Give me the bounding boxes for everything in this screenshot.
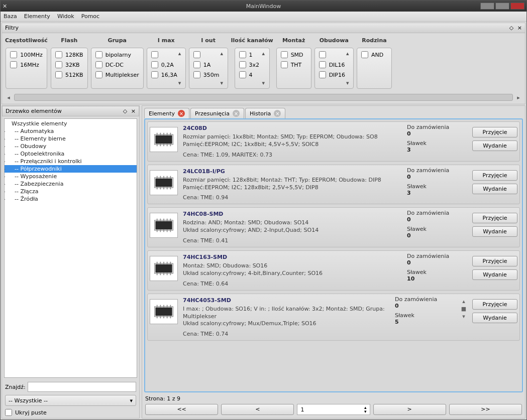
filter-checkbox[interactable] [281,51,288,58]
accept-button[interactable]: Przyjęcie [472,127,517,137]
tab-close-icon[interactable]: × [178,110,185,117]
tab[interactable]: Elementy× [144,108,189,118]
filter-checkbox[interactable] [55,71,62,78]
filter-checkbox[interactable] [151,51,158,58]
filter-option[interactable]: 3x2 [239,61,261,68]
filter-option[interactable]: 350m [193,71,220,78]
filter-checkbox[interactable] [239,61,246,68]
filter-option[interactable] [193,51,220,58]
filter-checkbox[interactable] [95,51,102,58]
tree-item[interactable]: ▸-- Półprzewodniki [5,165,137,173]
minimize-button[interactable] [480,3,494,10]
find-input[interactable] [28,382,136,392]
filter-option[interactable]: SMD [281,51,307,58]
scroll-left-icon[interactable]: ◂ [5,94,12,101]
filter-option[interactable]: AND [361,51,387,58]
filter-checkbox[interactable] [239,51,246,58]
stepper-icon[interactable]: ▴▾ [364,405,367,413]
accept-button[interactable]: Przyjęcie [472,256,517,266]
filter-option[interactable]: 4 [239,71,261,78]
filter-option[interactable]: DC-DC [95,61,139,68]
filter-option[interactable]: bipolarny [95,51,139,58]
tree-item[interactable]: ▸-- Optoelektronika [5,150,137,158]
tree-item[interactable]: ▸-- Złącza [5,188,137,195]
filter-scroll[interactable]: ▴▾ [262,50,268,86]
filter-checkbox[interactable] [151,61,158,68]
scroll-track[interactable] [14,94,513,101]
filter-option[interactable]: 16,3A [151,71,177,78]
menu-baza[interactable]: Baza [4,13,17,20]
pager-prev-button[interactable]: < [221,404,294,415]
tree-root[interactable]: ▾Wszystkie elementy [5,120,137,127]
filter-option[interactable]: 0,2A [151,61,177,68]
tab[interactable]: Przesunięcia× [190,108,244,118]
filter-option[interactable]: DIL16 [319,61,345,68]
filter-option[interactable]: 128KB [55,51,83,58]
filter-option[interactable]: 16MHz [10,61,43,68]
element-row[interactable]: 74HC4053-SMDI max: ; Obudowa: SO16; V in… [147,294,520,341]
accept-button[interactable]: Przyjęcie [472,213,517,223]
filter-checkbox[interactable] [10,61,17,68]
tree-detach-icon[interactable]: ◇ [123,108,127,114]
tab-close-icon[interactable]: × [274,110,281,117]
pager-next-button[interactable]: > [373,404,446,415]
panel-close-icon[interactable]: × [517,25,522,31]
filter-checkbox[interactable] [193,61,200,68]
accept-button[interactable]: Przyjęcie [472,170,517,181]
filter-option[interactable]: 1A [193,61,220,68]
filter-checkbox[interactable] [55,61,62,68]
filter-option[interactable]: Multiplekser [95,71,139,78]
tree-item[interactable]: ▸-- Zabezpieczenia [5,180,137,188]
filter-option[interactable]: DIP16 [319,71,345,78]
filter-checkbox[interactable] [361,51,368,58]
panel-detach-icon[interactable]: ◇ [509,25,513,31]
filter-checkbox[interactable] [193,51,200,58]
filter-scroll[interactable]: ▴▾ [178,50,184,86]
filter-checkbox[interactable] [193,71,200,78]
filter-option[interactable]: THT [281,61,307,68]
tree-close-icon[interactable]: × [131,108,136,114]
tab[interactable]: Historia× [245,108,285,118]
maximize-button[interactable] [495,3,509,10]
tree-list[interactable]: ▾Wszystkie elementy ▸-- Automatyka▸-- El… [4,118,137,378]
filter-scroll[interactable]: ▴▾ [346,50,352,86]
filter-scroll[interactable]: ▴▾ [221,50,227,86]
filter-checkbox[interactable] [239,71,246,78]
tab-close-icon[interactable]: × [233,110,240,117]
filter-option[interactable] [151,51,177,58]
tree-item[interactable]: ▸-- Przełączniki i kontrolki [5,158,137,165]
filter-checkbox[interactable] [95,61,102,68]
scroll-right-icon[interactable]: ▸ [515,94,522,101]
filter-checkbox[interactable] [319,51,326,58]
element-row[interactable]: 24C08DRozmiar pamięci: 1kx8bit; Montaż: … [147,121,520,162]
element-row[interactable]: 74HC163-SMDMontaż: SMD; Obudowa: SO16Ukł… [147,250,520,291]
pager-page-input[interactable]: 1 ▴▾ [297,404,370,415]
issue-button[interactable]: Wydanie [472,184,517,194]
menu-pomoc[interactable]: Pomoc [81,13,99,20]
tree-item[interactable]: ▸-- Elementy bierne [5,135,137,143]
element-row[interactable]: 24LC01B-I/PGRozmiar pamięci: 128x8bit; M… [147,165,520,205]
filter-checkbox[interactable] [319,71,326,78]
accept-button[interactable]: Przyjęcie [472,299,517,310]
filter-option[interactable]: 100MHz [10,51,43,58]
element-scroll[interactable]: ▴■▾ [460,296,467,320]
pager-first-button[interactable]: << [145,404,218,415]
issue-button[interactable]: Wydanie [472,269,517,280]
pager-last-button[interactable]: >> [449,404,522,415]
filters-hscroll[interactable]: ◂ ▸ [5,94,522,101]
filter-option[interactable]: 32KB [55,61,83,68]
filter-checkbox[interactable] [319,61,326,68]
hide-empty-checkbox[interactable] [5,409,12,416]
tree-filter-combo[interactable]: -- Wszystkie -- ▾ [5,395,136,406]
tree-item[interactable]: ▸-- Źródła [5,195,137,203]
elements-list[interactable]: 24C08DRozmiar pamięci: 1kx8bit; Montaż: … [144,118,523,392]
filter-option[interactable]: 512KB [55,71,83,78]
filter-option[interactable] [319,51,345,58]
tree-item[interactable]: ▸-- Automatyka [5,127,137,135]
filter-checkbox[interactable] [55,51,62,58]
menu-elementy[interactable]: Elementy [24,13,50,20]
filter-checkbox[interactable] [281,61,288,68]
filter-checkbox[interactable] [10,51,17,58]
issue-button[interactable]: Wydanie [472,313,517,323]
tree-item[interactable]: ▸-- Obudowy [5,143,137,150]
